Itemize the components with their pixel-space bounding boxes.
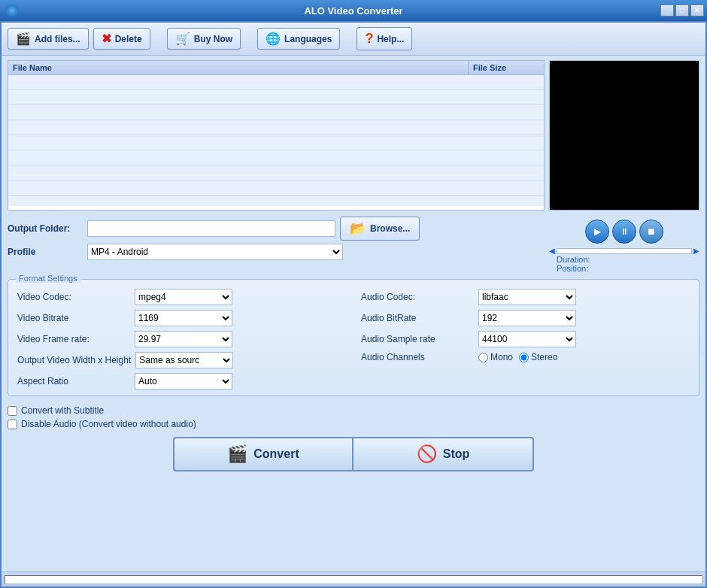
- video-codec-row: Video Codec: mpeg4h264xvid: [17, 289, 346, 305]
- stereo-radio[interactable]: [519, 353, 529, 362]
- file-list-row: [8, 150, 544, 165]
- close-button[interactable]: ✕: [690, 5, 704, 17]
- aspect-ratio-row: Aspect Ratio Auto4:316:9: [17, 373, 346, 389]
- film-icon: 🎬: [16, 32, 31, 46]
- file-section: File Name File Size: [8, 60, 699, 211]
- audio-samplerate-label: Audio Sample rate: [361, 334, 474, 344]
- aspect-ratio-select[interactable]: Auto4:316:9: [135, 373, 232, 389]
- language-icon: 🌐: [266, 32, 281, 46]
- progress-left-arrow[interactable]: ◀: [549, 247, 555, 255]
- format-settings: Format Settings Video Codec: mpeg4h264xv…: [8, 279, 699, 396]
- player-stop-button[interactable]: ⏹: [639, 220, 663, 244]
- subtitle-checkbox-label[interactable]: Convert with Subtitle: [8, 405, 699, 416]
- stop-button[interactable]: 🚫 Stop: [354, 437, 534, 471]
- pause-button[interactable]: ⏸: [612, 220, 636, 244]
- folder-icon: 📂: [350, 220, 366, 237]
- delete-label: Delete: [115, 34, 142, 44]
- output-size-select[interactable]: Same as sourc1920x10801280x720: [135, 352, 233, 368]
- audio-samplerate-select[interactable]: 441002205048000: [478, 331, 576, 347]
- stereo-label: Stereo: [531, 352, 557, 362]
- duration-label: Duration:: [557, 255, 590, 264]
- buy-now-button[interactable]: 🛒 Buy Now: [167, 28, 241, 50]
- stop-label: Stop: [443, 447, 470, 461]
- output-size-row: Output Video Width x Height Same as sour…: [17, 352, 346, 368]
- browse-label: Browse...: [370, 223, 410, 234]
- audio-codec-label: Audio Codec:: [361, 292, 474, 302]
- column-filesize: File Size: [469, 61, 544, 74]
- video-framerate-row: Video Frame rate: 29.97253024: [17, 331, 346, 347]
- progress-bar[interactable]: [557, 248, 692, 254]
- duration-row: Duration:: [557, 255, 699, 264]
- file-list-row: [8, 180, 544, 195]
- profile-label: Profile: [8, 247, 83, 257]
- play-button[interactable]: ▶: [585, 220, 609, 244]
- status-bar: [2, 571, 705, 586]
- cart-icon: 🛒: [175, 32, 190, 46]
- minimize-button[interactable]: _: [660, 5, 674, 17]
- file-list-row: [8, 105, 544, 120]
- profile-select[interactable]: MP4 - Android MP4 - iPhone MP4 - iPad AV…: [87, 244, 343, 260]
- app-icon: [6, 5, 18, 17]
- file-list-row: [8, 165, 544, 180]
- window-controls[interactable]: _ □ ✕: [660, 5, 704, 17]
- format-grid: Video Codec: mpeg4h264xvid Video Bitrate…: [17, 289, 690, 389]
- maximize-button[interactable]: □: [675, 5, 689, 17]
- add-files-button[interactable]: 🎬 Add files...: [8, 28, 89, 50]
- video-bitrate-select[interactable]: 116951215002000: [135, 310, 232, 326]
- browse-button[interactable]: 📂 Browse...: [340, 217, 420, 241]
- disable-audio-label: Disable Audio (Convert video without aud…: [21, 419, 196, 429]
- file-list[interactable]: File Name File Size: [8, 60, 545, 211]
- column-filename: File Name: [8, 61, 469, 74]
- languages-button[interactable]: 🌐 Languages: [257, 28, 340, 50]
- checkbox-section: Convert with Subtitle Disable Audio (Con…: [8, 405, 699, 429]
- output-folder-row: Output Folder: 📂 Browse...: [8, 217, 545, 241]
- disable-audio-checkbox[interactable]: [8, 420, 17, 429]
- output-player-section: Output Folder: 📂 Browse... Profile MP4 -…: [8, 217, 699, 273]
- preview-area: [549, 60, 699, 211]
- position-label: Position:: [557, 264, 588, 273]
- stop-icon: 🚫: [417, 444, 437, 464]
- audio-bitrate-label: Audio BitRate: [361, 313, 474, 323]
- profile-row: Profile MP4 - Android MP4 - iPhone MP4 -…: [8, 244, 545, 260]
- delete-button[interactable]: ✖ Delete: [93, 28, 150, 50]
- audio-codec-select[interactable]: libfaacmp3aac: [478, 289, 576, 305]
- mono-radio[interactable]: [478, 353, 488, 362]
- video-framerate-label: Video Frame rate:: [17, 334, 130, 344]
- audio-bitrate-select[interactable]: 192128256: [478, 310, 576, 326]
- stereo-radio-label[interactable]: Stereo: [519, 352, 557, 362]
- mono-radio-label[interactable]: Mono: [478, 352, 513, 362]
- disable-audio-checkbox-label[interactable]: Disable Audio (Convert video without aud…: [8, 419, 699, 429]
- status-progress-bar: [5, 575, 702, 584]
- output-folder-input[interactable]: [87, 220, 335, 237]
- video-bitrate-row: Video Bitrate 116951215002000: [17, 310, 346, 326]
- audio-channels-radios: Mono Stereo: [478, 352, 557, 362]
- video-codec-select[interactable]: mpeg4h264xvid: [135, 289, 232, 305]
- video-framerate-select[interactable]: 29.97253024: [135, 331, 232, 347]
- format-settings-title: Format Settings: [16, 274, 80, 283]
- main-window: 🎬 Add files... ✖ Delete 🛒 Buy Now 🌐 Lang…: [0, 21, 707, 588]
- subtitle-checkbox[interactable]: [8, 406, 17, 416]
- format-left: Video Codec: mpeg4h264xvid Video Bitrate…: [17, 289, 346, 389]
- file-list-header: File Name File Size: [8, 61, 544, 75]
- delete-icon: ✖: [102, 32, 111, 46]
- file-list-row: [8, 135, 544, 150]
- help-label: Help...: [377, 34, 404, 44]
- window-title: ALO Video Converter: [304, 5, 402, 17]
- file-list-row: [8, 120, 544, 135]
- aspect-ratio-label: Aspect Ratio: [17, 376, 130, 386]
- progress-right-arrow[interactable]: ▶: [693, 247, 699, 255]
- help-icon: ?: [365, 31, 373, 47]
- help-button[interactable]: ? Help...: [357, 27, 412, 50]
- languages-label: Languages: [284, 34, 332, 44]
- audio-codec-row: Audio Codec: libfaacmp3aac: [361, 289, 690, 305]
- title-bar: ALO Video Converter _ □ ✕: [0, 0, 707, 21]
- add-files-label: Add files...: [35, 34, 80, 44]
- player-info: Duration: Position:: [549, 255, 699, 273]
- player-progress: ◀ ▶: [549, 247, 699, 255]
- convert-button[interactable]: 🎬 Convert: [173, 437, 354, 471]
- output-size-label: Output Video Width x Height: [17, 355, 131, 365]
- audio-samplerate-row: Audio Sample rate 441002205048000: [361, 331, 690, 347]
- file-list-row: [8, 75, 544, 90]
- player-buttons: ▶ ⏸ ⏹: [585, 220, 663, 244]
- buy-now-label: Buy Now: [194, 34, 232, 44]
